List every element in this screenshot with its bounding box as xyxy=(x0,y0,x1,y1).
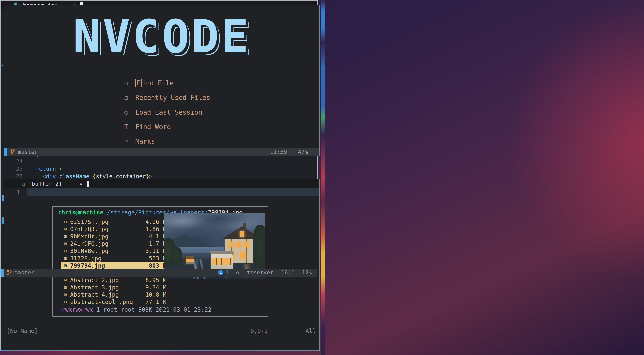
gear-icon: ⚙ xyxy=(236,270,239,276)
code-token: < xyxy=(29,173,46,179)
preview-small-tram xyxy=(185,255,194,265)
window-dashboard: NVCODE ❏Find File❐Recently Used Files◷Lo… xyxy=(4,5,320,156)
bookmark-icon: ⚐ xyxy=(124,138,135,145)
image-file-icon: ⊡ xyxy=(61,219,70,224)
buffer-statusline: [No Name] 0,0-1 All xyxy=(7,328,316,334)
info-icon: i xyxy=(218,270,223,275)
file-name: Abstract 2.jpg xyxy=(70,277,142,283)
wallpaper-gap-strip xyxy=(321,0,325,355)
statusline-accent xyxy=(1,269,4,277)
line-number: 24 xyxy=(9,158,23,165)
scroll-percent: 12% xyxy=(302,269,312,276)
image-file-icon: ⊡ xyxy=(61,285,70,290)
file-size: 9.34 M xyxy=(142,284,169,291)
code-token: div xyxy=(46,173,59,179)
file-permissions: -rwxrwxrwx xyxy=(58,306,93,313)
editor-statusline: master i 1 ⚙ tsserver 16:1 12% xyxy=(1,269,317,277)
letter-t-icon: T xyxy=(124,123,135,130)
code-token: style.container xyxy=(96,173,146,179)
file-name: 799794.jpg xyxy=(70,262,142,269)
preview-tree xyxy=(253,225,265,268)
line-number: 26 xyxy=(9,173,23,179)
code-line-24[interactable]: 24 xyxy=(1,158,317,165)
dashboard-statusline: master 11:39 47% xyxy=(4,148,319,156)
code-token: className xyxy=(59,173,89,179)
file-meta: 1 root root 803K 2021-03-01 23:22 xyxy=(93,306,211,313)
file-size: 10.8 M xyxy=(142,291,169,298)
file-row-07nezq3-jpg[interactable]: ⊡07nEzQ3.jpg1.86 M xyxy=(61,225,169,233)
document-icon: ❏ xyxy=(124,80,135,87)
buffer-tabbar: ❏ [buffer 2] ✕ xyxy=(4,179,319,188)
file-name: 31228.jpg xyxy=(70,255,142,262)
file-size: 77.1 K xyxy=(142,299,169,305)
file-row-9hmxchr-jpg[interactable]: ⊡9hMxcHr.jpg4.1 M xyxy=(61,233,169,240)
menu-item-label: Marks xyxy=(135,138,155,145)
file-name: 30iNVBw.jpg xyxy=(70,248,142,254)
clock-icon: ◷ xyxy=(124,109,135,116)
code-token: } xyxy=(146,173,149,179)
image-file-icon: ⊡ xyxy=(61,292,70,297)
file-name: 07nEzQ3.jpg xyxy=(70,226,142,232)
diagnostic-count: 1 xyxy=(225,269,229,276)
lsp-server-name: tsserver xyxy=(247,269,273,276)
nvcode-logo: NVCODE xyxy=(4,14,319,59)
dashboard-menu: ❏Find File❐Recently Used Files◷Load Last… xyxy=(124,76,210,149)
desktop: NVCODE ❏Find File❐Recently Used Files◷Lo… xyxy=(0,0,644,355)
menu-item-label: Load Last Session xyxy=(135,109,202,116)
file-row-24lrdfq-jpg[interactable]: ⊡24LrDFQ.jpg1.7 M xyxy=(61,240,169,247)
file-row-6zs17sj-jpg[interactable]: ⊡6zS17Sj.jpg4.96 M xyxy=(61,218,169,225)
picker-footer: -rwxrwxrwx 1 root root 803K 2021-03-01 2… xyxy=(58,306,268,313)
cursor-block: F xyxy=(135,79,142,87)
file-row-30invbw-jpg[interactable]: ⊡30iNVBw.jpg3.11 M xyxy=(61,247,169,255)
scroll-percent: 47% xyxy=(298,149,308,155)
file-list: ⊡6zS17Sj.jpg4.96 M⊡07nEzQ3.jpg1.86 M⊡9hM… xyxy=(61,218,169,306)
line-number: 1 xyxy=(4,189,20,195)
code-line-25[interactable]: 25 return ( xyxy=(1,165,317,172)
file-name: 9hMxcHr.jpg xyxy=(70,233,142,240)
image-file-icon: ⊡ xyxy=(61,234,70,239)
file-row-abstract-3-jpg[interactable]: ⊡Abstract 3.jpg9.34 M xyxy=(61,284,169,291)
file-row-799794-jpg[interactable]: ⊡799794.jpg803 K xyxy=(61,262,169,269)
file-row-abstract-cool-png[interactable]: ⊡abstract-cool~.png77.1 K xyxy=(61,298,169,306)
cursorline-highlight xyxy=(27,188,319,196)
statusline-accent xyxy=(4,148,7,156)
file-name: Abstract 4.jpg xyxy=(70,291,142,298)
image-file-icon: ⊡ xyxy=(61,263,70,268)
menu-item-find-word[interactable]: TFind Word xyxy=(124,120,210,134)
image-file-icon: ⊡ xyxy=(61,241,70,246)
code-token: > xyxy=(149,173,152,179)
scroll-indicator: All xyxy=(305,328,316,334)
image-file-icon: ⊡ xyxy=(61,248,70,253)
document-icon: ❏ xyxy=(22,181,25,187)
file-name: abstract-cool~.png xyxy=(70,299,142,305)
close-icon[interactable]: ✕ xyxy=(79,181,83,187)
menu-item-marks[interactable]: ⚐Marks xyxy=(124,134,210,149)
code-token: return xyxy=(29,166,59,172)
tab-buffer2[interactable]: [buffer 2] xyxy=(28,181,62,187)
branch-name: master xyxy=(18,149,38,155)
buffer-name: [No Name] xyxy=(7,328,38,334)
cursor-position: 16:1 xyxy=(281,269,294,276)
file-row-31228-jpg[interactable]: ⊡31228.jpg563 K xyxy=(61,255,169,262)
clock-time: 11:39 xyxy=(270,149,287,155)
file-name: 6zS17Sj.jpg xyxy=(70,219,142,225)
menu-item-recently-used-files[interactable]: ❐Recently Used Files xyxy=(124,90,210,105)
cursor-block xyxy=(87,181,89,187)
image-file-icon: ⊡ xyxy=(61,299,70,305)
file-name: Abstract 3.jpg xyxy=(70,284,142,291)
user-host: chris@machine xyxy=(58,209,103,216)
menu-item-label: Recently Used Files xyxy=(135,94,210,102)
git-branch-icon xyxy=(10,149,15,155)
menu-item-load-last-session[interactable]: ◷Load Last Session xyxy=(124,105,210,120)
git-branch-icon xyxy=(7,270,12,276)
menu-item-label: Find File xyxy=(135,79,174,87)
image-file-icon: ⊡ xyxy=(61,226,70,232)
file-row-abstract-4-jpg[interactable]: ⊡Abstract 4.jpg10.8 M xyxy=(61,291,169,298)
buffer-line-1[interactable]: 1 xyxy=(4,188,319,196)
copy-icon: ❐ xyxy=(124,94,135,101)
file-row-abstract-2-jpg[interactable]: ⊡Abstract 2.jpg8.95 M xyxy=(61,276,169,284)
line-number: 25 xyxy=(9,166,23,172)
menu-item-find-file[interactable]: ❏Find File xyxy=(124,76,210,90)
file-picker: chris@machine /storage/Pictures/wallpape… xyxy=(52,206,268,317)
file-name: 24LrDFQ.jpg xyxy=(70,240,142,247)
